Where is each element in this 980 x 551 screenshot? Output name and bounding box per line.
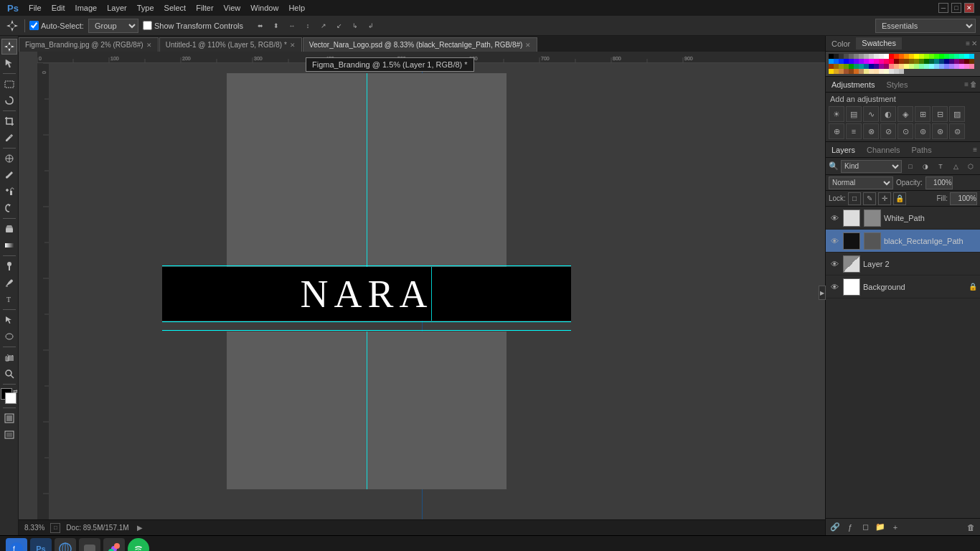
- swatch[interactable]: [949, 64, 954, 69]
- swatch[interactable]: [854, 69, 859, 74]
- align-bottom-icon[interactable]: ↙: [332, 19, 347, 33]
- swatch[interactable]: [899, 54, 904, 59]
- tab-untitled[interactable]: Untitled-1 @ 110% (Layer 5, RGB/8) * ✕: [159, 37, 302, 52]
- menu-layer[interactable]: Layer: [103, 2, 131, 14]
- swatch[interactable]: [864, 59, 869, 64]
- swatch[interactable]: [954, 54, 959, 59]
- layer-kind-select[interactable]: Kind: [841, 160, 902, 173]
- delete-layer-btn[interactable]: 🗑: [964, 521, 977, 534]
- adj-gradient-map-icon[interactable]: ⊛: [932, 123, 948, 139]
- brush-tool[interactable]: [1, 167, 17, 183]
- select-tool[interactable]: [1, 55, 17, 71]
- swatch[interactable]: [874, 59, 879, 64]
- filter-adjust-icon[interactable]: ◑: [919, 160, 932, 173]
- swatch[interactable]: [854, 64, 859, 69]
- dodge-tool[interactable]: [1, 258, 17, 274]
- swatch[interactable]: [844, 64, 849, 69]
- swatch[interactable]: [849, 64, 854, 69]
- workspace-select[interactable]: Essentials: [875, 19, 976, 33]
- swatch[interactable]: [869, 59, 874, 64]
- swatch[interactable]: [944, 59, 949, 64]
- zoom-tool[interactable]: [1, 366, 17, 382]
- swatch[interactable]: [874, 54, 879, 59]
- swatch[interactable]: [919, 54, 924, 59]
- swatch[interactable]: [944, 64, 949, 69]
- adj-threshold-icon[interactable]: ⊚: [915, 123, 930, 139]
- clone-stamp-tool[interactable]: [1, 184, 17, 199]
- tab-figma-branding[interactable]: Figma_Branding.jpg @ 2% (RGB/8#) ✕: [19, 37, 159, 52]
- swatch[interactable]: [849, 54, 854, 59]
- swatch[interactable]: [834, 59, 839, 64]
- swatch[interactable]: [934, 59, 939, 64]
- swatch[interactable]: [854, 54, 859, 59]
- align-left-icon[interactable]: ⬌: [253, 19, 268, 33]
- lock-move-btn[interactable]: ✛: [878, 192, 891, 205]
- adj-brightness-icon[interactable]: ☀: [829, 106, 844, 122]
- swatch[interactable]: [959, 59, 964, 64]
- swatch[interactable]: [839, 64, 844, 69]
- swatch[interactable]: [884, 64, 889, 69]
- menu-view[interactable]: View: [220, 2, 245, 14]
- color-tab[interactable]: Color: [826, 38, 856, 50]
- layers-tab[interactable]: Layers: [826, 144, 861, 156]
- opacity-input[interactable]: [925, 176, 953, 189]
- fill-input[interactable]: [950, 192, 977, 205]
- adj-corner-btn[interactable]: ≡: [964, 80, 969, 88]
- swatch[interactable]: [874, 64, 879, 69]
- history-brush-tool[interactable]: [1, 200, 17, 216]
- adj-vibrance-icon[interactable]: ◈: [897, 106, 913, 122]
- canvas-wrapper[interactable]: NARA 0 100: [19, 52, 825, 519]
- layer-item-background[interactable]: 👁 Background 🔒: [826, 276, 980, 298]
- distribute-h-icon[interactable]: ↳: [348, 19, 362, 33]
- swatch[interactable]: [939, 59, 944, 64]
- swatch[interactable]: [899, 64, 904, 69]
- tab-close-figma[interactable]: ✕: [146, 42, 152, 49]
- swatch[interactable]: [919, 59, 924, 64]
- lock-pixel-btn[interactable]: □: [848, 192, 861, 205]
- swatch[interactable]: [929, 54, 934, 59]
- swatch[interactable]: [869, 64, 874, 69]
- adj-colorlookup-icon[interactable]: ⊗: [863, 123, 879, 139]
- swatch[interactable]: [934, 54, 939, 59]
- adj-levels-icon[interactable]: ▤: [846, 106, 862, 122]
- lock-all-btn[interactable]: 🔒: [893, 192, 906, 205]
- swap-colors-icon[interactable]: ⇄: [13, 388, 18, 395]
- swatch[interactable]: [834, 69, 839, 74]
- swatch[interactable]: [889, 54, 894, 59]
- add-mask-btn[interactable]: ◻: [859, 521, 872, 534]
- swatch[interactable]: [964, 59, 969, 64]
- align-center-icon[interactable]: ⬍: [269, 19, 283, 33]
- menu-file[interactable]: File: [24, 2, 46, 14]
- swatch[interactable]: [864, 54, 869, 59]
- add-style-btn[interactable]: ƒ: [844, 521, 857, 534]
- swatch[interactable]: [969, 64, 974, 69]
- healing-brush-tool[interactable]: [1, 151, 17, 166]
- swatch[interactable]: [839, 59, 844, 64]
- path-selection-tool[interactable]: [1, 312, 17, 328]
- swatch[interactable]: [879, 64, 884, 69]
- swatch[interactable]: [854, 59, 859, 64]
- swatch[interactable]: [954, 64, 959, 69]
- swatch[interactable]: [899, 69, 904, 74]
- align-top-icon[interactable]: ↕: [301, 19, 315, 33]
- swatch[interactable]: [874, 69, 879, 74]
- swatch[interactable]: [929, 59, 934, 64]
- channels-tab[interactable]: Channels: [861, 144, 905, 156]
- swatch[interactable]: [924, 54, 929, 59]
- minimize-button[interactable]: ─: [938, 3, 948, 13]
- swatch[interactable]: [844, 59, 849, 64]
- auto-select-checkbox[interactable]: [29, 21, 39, 30]
- new-layer-btn[interactable]: +: [889, 521, 902, 534]
- menu-select[interactable]: Select: [160, 2, 191, 14]
- swatch[interactable]: [859, 59, 864, 64]
- menu-edit[interactable]: Edit: [47, 2, 70, 14]
- swatch[interactable]: [864, 69, 869, 74]
- swatch[interactable]: [869, 69, 874, 74]
- taskbar-photoshop[interactable]: Ps: [30, 538, 52, 552]
- swatch[interactable]: [834, 54, 839, 59]
- eyedropper-tool[interactable]: [1, 130, 17, 146]
- rectangular-marquee-tool[interactable]: [1, 76, 17, 92]
- swatch[interactable]: [834, 64, 839, 69]
- adj-trash-btn[interactable]: 🗑: [970, 80, 977, 88]
- swatch[interactable]: [904, 64, 909, 69]
